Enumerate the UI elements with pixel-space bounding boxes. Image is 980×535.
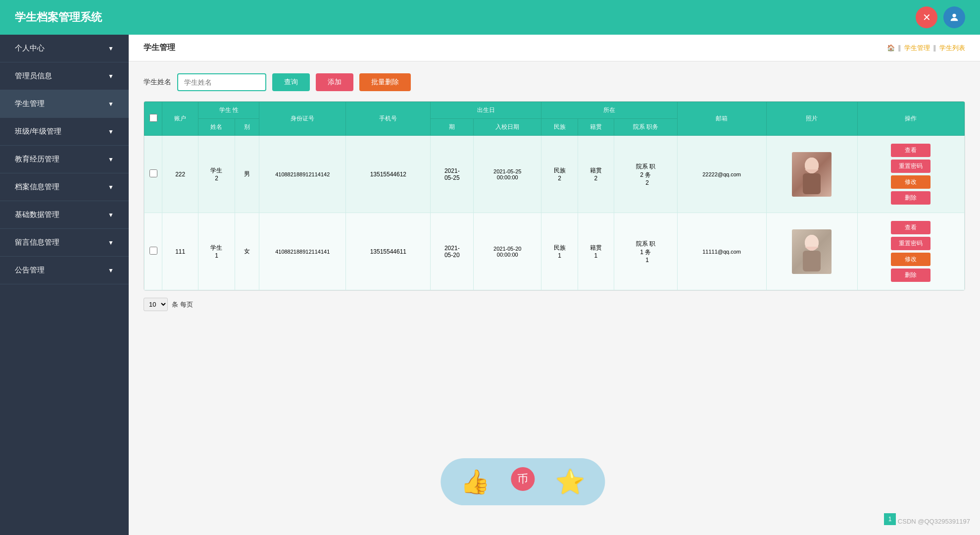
- sidebar-item-admin-info[interactable]: 管理员信息 ▼: [0, 62, 129, 90]
- edit-button[interactable]: 修改: [891, 253, 931, 266]
- td-name: 学生2: [198, 136, 235, 213]
- th-jiguan: 籍贯: [578, 119, 614, 136]
- td-account: 111: [162, 213, 198, 290]
- reset-password-button[interactable]: 重置密码: [891, 160, 931, 173]
- table-row: 111 学生1 女 410882188912114141 13515544611…: [145, 213, 965, 290]
- td-jiguan: 籍贯1: [578, 213, 614, 290]
- add-button[interactable]: 添加: [316, 73, 353, 91]
- delete-button[interactable]: 删除: [891, 191, 931, 205]
- sidebar-item-student-mgmt[interactable]: 学生管理 ▼: [0, 90, 129, 118]
- td-gender: 男: [235, 136, 259, 213]
- th-enroll: 入校日期: [474, 119, 541, 136]
- search-label: 学生姓名: [144, 78, 171, 87]
- student-table: 账户 学生 性 身份证号 手机号 出生日 所在 邮箱 照片 操作 姓名: [144, 101, 965, 291]
- view-button[interactable]: 查看: [891, 221, 931, 234]
- svg-point-0: [952, 14, 956, 17]
- delete-button[interactable]: 删除: [891, 268, 931, 282]
- coin-svg: 币: [510, 466, 536, 492]
- breadcrumb: 🏠 ‖ 学生管理 ‖ 学生列表: [887, 44, 965, 53]
- sidebar-item-announce-mgmt[interactable]: 公告管理 ▼: [0, 257, 129, 284]
- thumbs-up-icon[interactable]: 👍: [460, 468, 490, 496]
- sidebar-label: 班级/年级管理: [15, 127, 61, 136]
- row-checkbox[interactable]: [149, 247, 157, 255]
- chevron-down-icon: ▼: [108, 239, 114, 246]
- header-icon-group: ✕: [916, 6, 965, 28]
- search-bar: 学生姓名 查询 添加 批量删除: [144, 73, 965, 91]
- search-input[interactable]: [177, 73, 266, 91]
- th-phone: 手机号: [346, 102, 431, 136]
- th-birth-group: 出生日: [431, 102, 541, 119]
- chevron-down-icon: ▼: [108, 184, 114, 191]
- td-phone: 13515544612: [346, 136, 431, 213]
- sidebar-item-class-mgmt[interactable]: 班级/年级管理 ▼: [0, 118, 129, 146]
- th-yuanxi-zhiwu: 院系 职务: [614, 119, 678, 136]
- sidebar-label: 管理员信息: [15, 71, 52, 81]
- coin-icon[interactable]: 币: [510, 466, 536, 497]
- td-jiguan: 籍贯2: [578, 136, 614, 213]
- sidebar: 个人中心 ▼ 管理员信息 ▼ 学生管理 ▼ 班级/年级管理 ▼ 教育经历管理 ▼…: [0, 35, 129, 535]
- td-yuanxi-zhiwu: 院系 职2 务 2: [614, 136, 678, 213]
- select-all-checkbox[interactable]: [149, 114, 157, 122]
- breadcrumb-link[interactable]: 学生管理: [904, 44, 930, 53]
- td-idcard: 410882188912114141: [259, 213, 346, 290]
- query-button[interactable]: 查询: [272, 73, 310, 91]
- th-account: 账户: [162, 102, 198, 136]
- td-birth: 2021-05-20: [431, 213, 474, 290]
- page-number: 1: [888, 516, 892, 523]
- view-button[interactable]: 查看: [891, 144, 931, 157]
- chevron-down-icon: ▼: [108, 212, 114, 218]
- data-table: 账户 学生 性 身份证号 手机号 出生日 所在 邮箱 照片 操作 姓名: [144, 102, 965, 290]
- chevron-down-icon: ▼: [108, 267, 114, 274]
- content-area: 学生姓名 查询 添加 批量删除 账户 学生 性: [129, 61, 980, 330]
- chevron-down-icon: ▼: [108, 156, 114, 163]
- td-photo: [766, 213, 857, 290]
- batch-delete-button[interactable]: 批量删除: [359, 73, 411, 91]
- ops-col: 查看 重置密码 修改 删除: [861, 217, 961, 286]
- th-student-gender-group: 学生 性: [198, 102, 259, 119]
- breadcrumb-current: 学生列表: [939, 44, 965, 53]
- sidebar-item-personal-center[interactable]: 个人中心 ▼: [0, 35, 129, 62]
- sidebar-item-base-data[interactable]: 基础数据管理 ▼: [0, 201, 129, 229]
- td-gender: 女: [235, 213, 259, 290]
- table-row: 222 学生2 男 410882188912114142 13515544612…: [145, 136, 965, 213]
- watermark-text: CSDN @QQ3295391197: [898, 518, 970, 525]
- td-name: 学生1: [198, 213, 235, 290]
- float-widget: 👍 币 ⭐: [441, 458, 605, 505]
- pagination-bar: 10 20 50 条 每页: [144, 291, 965, 318]
- sidebar-label: 留言信息管理: [15, 238, 59, 247]
- chevron-down-icon: ▼: [108, 73, 114, 80]
- page-size-select[interactable]: 10 20 50: [144, 298, 168, 311]
- td-email: 22222@qq.com: [677, 136, 766, 213]
- td-enroll: 2021-05-2000:00:00: [474, 213, 541, 290]
- td-ops: 查看 重置密码 修改 删除: [857, 136, 964, 213]
- table-header-row1: 账户 学生 性 身份证号 手机号 出生日 所在 邮箱 照片 操作: [145, 102, 965, 119]
- td-account: 222: [162, 136, 198, 213]
- sidebar-item-archive-mgmt[interactable]: 档案信息管理 ▼: [0, 173, 129, 201]
- home-icon: 🏠: [887, 44, 895, 52]
- th-email: 邮箱: [677, 102, 766, 136]
- th-ops: 操作: [857, 102, 964, 136]
- td-phone: 13515544611: [346, 213, 431, 290]
- sidebar-label: 公告管理: [15, 266, 45, 275]
- reset-password-button[interactable]: 重置密码: [891, 237, 931, 250]
- sidebar-item-edu-mgmt[interactable]: 教育经历管理 ▼: [0, 146, 129, 173]
- td-checkbox: [145, 136, 162, 213]
- td-yuanxi-zhiwu: 院系 职1 务 1: [614, 213, 678, 290]
- close-button[interactable]: ✕: [916, 6, 937, 28]
- th-location-group: 所在: [541, 102, 677, 119]
- app-title: 学生档案管理系统: [15, 10, 102, 25]
- star-icon[interactable]: ⭐: [555, 468, 585, 496]
- td-photo: [766, 136, 857, 213]
- row-checkbox[interactable]: [149, 169, 157, 177]
- td-ops: 查看 重置密码 修改 删除: [857, 213, 964, 290]
- svg-text:币: 币: [517, 473, 528, 485]
- user-button[interactable]: [943, 6, 965, 28]
- th-idcard: 身份证号: [259, 102, 346, 136]
- page-title: 学生管理: [144, 43, 175, 53]
- sidebar-item-msg-mgmt[interactable]: 留言信息管理 ▼: [0, 229, 129, 257]
- breadcrumb-bar: 学生管理 🏠 ‖ 学生管理 ‖ 学生列表: [129, 35, 980, 61]
- td-nation: 民族2: [541, 136, 578, 213]
- app-header: 学生档案管理系统 ✕: [0, 0, 980, 35]
- sidebar-label: 个人中心: [15, 44, 45, 53]
- edit-button[interactable]: 修改: [891, 175, 931, 189]
